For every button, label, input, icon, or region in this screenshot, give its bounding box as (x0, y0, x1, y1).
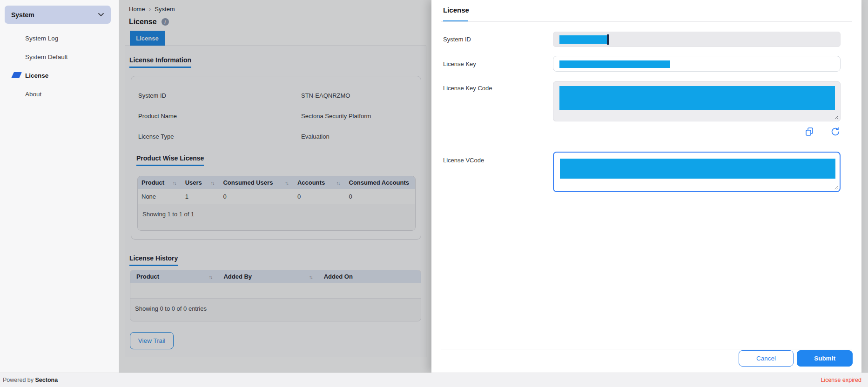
cancel-button[interactable]: Cancel (739, 350, 794, 367)
sidebar-item-license[interactable]: License (0, 66, 119, 85)
license-logo-icon (11, 72, 22, 78)
system-id-input[interactable] (553, 32, 841, 47)
drawer-title: License (443, 6, 469, 14)
sidebar-item-system-log[interactable]: System Log (0, 29, 119, 47)
redacted-value-bar (559, 35, 607, 44)
license-status-badge: License expired (821, 377, 861, 383)
drawer-label-license-key: License Key (443, 60, 476, 67)
brand-name: Sectona (35, 377, 58, 383)
app-window: System System Log System Default License… (0, 0, 868, 387)
system-group-dropdown[interactable]: System (5, 6, 111, 24)
refresh-icon[interactable] (830, 127, 841, 137)
sidebar-nav: System Log System Default License About (0, 29, 119, 103)
license-key-code-textarea[interactable] (553, 81, 841, 121)
drawer-label-system-id: System ID (443, 36, 471, 43)
resize-handle[interactable] (834, 185, 838, 190)
sidebar-item-system-default[interactable]: System Default (0, 47, 119, 66)
license-drawer: License × System ID License Key License … (431, 0, 861, 373)
system-group-label: System (11, 11, 98, 19)
copy-icon[interactable] (804, 127, 814, 137)
license-key-input[interactable] (553, 56, 841, 72)
redacted-value-bar (560, 159, 835, 179)
powered-by-text: Powered by Sectona (3, 377, 58, 383)
redacted-value-bar (559, 86, 835, 110)
sidebar-item-about[interactable]: About (0, 85, 119, 103)
text-caret (607, 34, 609, 45)
license-vcode-textarea[interactable] (553, 152, 841, 192)
drawer-label-license-key-code: License Key Code (443, 85, 492, 92)
drawer-label-license-vcode: License VCode (443, 157, 484, 164)
chevron-down-icon (98, 13, 104, 17)
footer: Powered by Sectona License expired (0, 373, 868, 387)
redacted-value-bar (559, 60, 670, 68)
sidebar: System System Log System Default License… (0, 0, 119, 373)
submit-button[interactable]: Submit (797, 350, 853, 367)
resize-handle[interactable] (834, 115, 839, 120)
